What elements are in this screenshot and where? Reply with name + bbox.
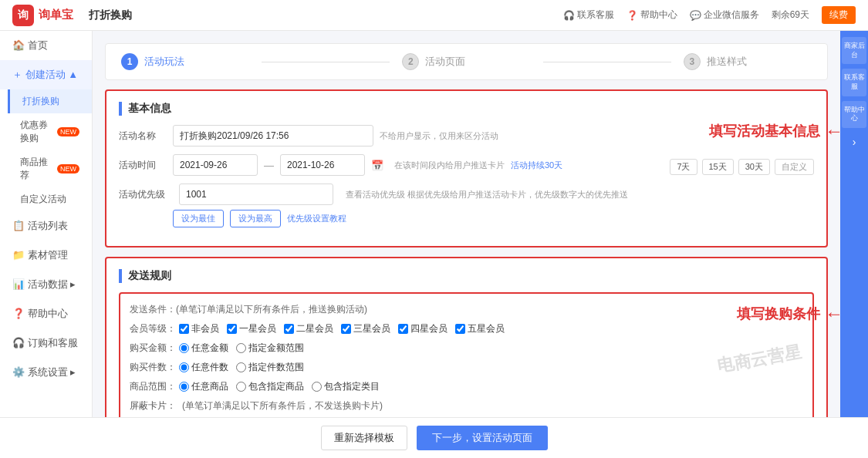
header-right: 🎧 联系客服 ❓ 帮助中心 💬 企业微信服务 剩余69天 续费 [563,6,856,24]
member-level-row: 会员等级： 非会员 一星会员 二星会员 三星会员 四星会员 五星会员 [130,322,803,335]
btn-best[interactable]: 设为最佳 [173,210,224,227]
hide-row: 屏蔽卡片： (单笔订单满足以下所有条件后，不发送换购卡片) 屏蔽范围： 消费者购… [130,399,803,417]
arrow-icon-2: ← [825,303,840,325]
send-condition-text: 发送条件：(单笔订单满足以下所有条件后，推送换购活动) [130,303,803,316]
annotation-text-2: 填写换购条件 [737,305,820,323]
main-layout: 🏠 首页 ＋ 创建活动 ▲ 打折换购 优惠券换购 NEW 商品推荐 NEW 自定… [0,31,868,417]
shortcut-custom[interactable]: 自定义 [775,159,814,175]
sidebar-item-goods-recommend[interactable]: 商品推荐 NEW [8,150,92,187]
sidebar-item-coupon[interactable]: 优惠券换购 NEW [8,113,92,150]
hide-label: 屏蔽卡片： [130,399,176,413]
step-3-num: 3 [684,53,701,70]
renew-button[interactable]: 续费 [822,6,856,24]
step-1: 1 活动玩法 [121,53,249,70]
goods-category[interactable]: 包含指定类目 [312,380,380,393]
date-shortcuts: 7天 15天 30天 自定义 [670,159,814,175]
member-checkboxes: 非会员 一星会员 二星会员 三星会员 四星会员 五星会员 [179,322,505,335]
member-label: 会员等级： [130,322,176,335]
priority-label: 活动优先级 [119,188,173,201]
member-4star[interactable]: 四星会员 [398,322,448,335]
top-header: 询 询单宝 打折换购 🎧 联系客服 ❓ 帮助中心 💬 企业微信服务 剩余69天 … [0,0,868,31]
btn-tutorial[interactable]: 优先级设置教程 [287,210,346,227]
date-end-input[interactable] [280,154,365,176]
send-rules-outer: 发送规则 发送条件：(单笔订单满足以下所有条件后，推送换购活动) 会员等级： 非… [105,257,828,417]
priority-hint: 查看活动优先级 根据优先级给用户推送活动卡片，优先级数字大的优先推送 [346,189,628,200]
activity-time-label: 活动时间 [119,159,173,172]
sidebar-item-order-service[interactable]: 🎧 订购和客服 [0,328,92,358]
sidebar-item-help[interactable]: ❓ 帮助中心 [0,299,92,328]
content-area: 1 活动玩法 2 活动页面 3 推送样式 基本信息 活动名称 [93,31,840,417]
right-panel-help[interactable]: 帮助中心 [842,101,866,128]
count-specific[interactable]: 指定件数范围 [236,361,304,374]
annotation-1: 填写活动基本信息 ← [709,120,840,142]
amount-label: 购买金额： [130,342,176,355]
member-non[interactable]: 非会员 [179,322,219,335]
date-start-input[interactable] [173,154,258,176]
member-3star[interactable]: 三星会员 [341,322,390,335]
next-step-button[interactable]: 下一步，设置活动页面 [417,426,548,450]
count-radios: 任意件数 指定件数范围 [179,361,304,374]
member-5star[interactable]: 五星会员 [455,322,505,335]
activity-name-input[interactable] [173,125,373,146]
sidebar-submenu: 打折换购 优惠券换购 NEW 商品推荐 NEW 自定义活动 [0,89,92,211]
goods-specific[interactable]: 包含指定商品 [236,380,304,393]
step-3-label: 推送样式 [707,55,747,69]
days-badge: 剩余69天 [772,8,809,22]
hide-condition: (单笔订单满足以下所有条件后，不发送换购卡片) [182,399,383,413]
goods-any[interactable]: 任意商品 [179,380,228,393]
goods-row: 商品范围： 任意商品 包含指定商品 包含指定类目 [130,380,803,393]
sidebar-item-create[interactable]: ＋ 创建活动 ▲ [0,60,92,89]
amount-specific[interactable]: 指定金额范围 [236,342,304,355]
shortcut-30days[interactable]: 30天 [738,159,770,175]
send-rules-section: 发送规则 发送条件：(单笔订单满足以下所有条件后，推送换购活动) 会员等级： 非… [105,257,828,417]
annotation-2: 填写换购条件 ← [737,303,840,325]
activity-name-label: 活动名称 [119,130,173,143]
shortcut-15days[interactable]: 15天 [702,159,734,175]
continue-link[interactable]: 活动持续30天 [511,160,562,171]
help-center-link[interactable]: ❓ 帮助中心 [627,8,677,22]
footer-bar: 重新选择模板 下一步，设置活动页面 [0,417,868,458]
activity-name-hint: 不给用户显示，仅用来区分活动 [380,130,498,142]
count-any[interactable]: 任意件数 [179,361,228,374]
right-panel-chevron[interactable]: › [853,136,856,148]
reselect-template-button[interactable]: 重新选择模板 [321,426,407,450]
sidebar-item-discount[interactable]: 打折换购 [8,89,92,113]
step-1-label: 活动玩法 [144,55,184,69]
send-rules-inner: 发送条件：(单笔订单满足以下所有条件后，推送换购活动) 会员等级： 非会员 一星… [119,292,814,417]
step-2-num: 2 [402,53,419,70]
sidebar-item-home[interactable]: 🏠 首页 [0,31,92,60]
logo-icon: 询 [12,5,34,26]
sidebar-item-custom[interactable]: 自定义活动 [8,187,92,211]
activity-time-row: 活动时间 — 📅 在该时间段内给用户推送卡片 活动持续30天 7天 15天 30… [119,154,814,176]
arrow-icon-1: ← [825,120,840,142]
priority-action-btns: 设为最佳 设为最高 优先级设置教程 [173,210,346,227]
right-panel: 商家后台 联系客服 帮助中心 › [840,31,868,417]
priority-input[interactable] [179,184,333,205]
goods-label: 商品范围： [130,380,176,393]
steps-bar: 1 活动玩法 2 活动页面 3 推送样式 [105,43,828,80]
sidebar-item-data[interactable]: 📊 活动数据 ▸ [0,270,92,299]
btn-high[interactable]: 设为最高 [230,210,281,227]
contact-service[interactable]: 🎧 联系客服 [563,8,614,22]
sidebar-item-materials[interactable]: 📁 素材管理 [0,241,92,270]
logo-text: 询单宝 [39,8,73,22]
right-panel-merchant[interactable]: 商家后台 [842,37,866,64]
logo: 询 询单宝 [12,5,73,26]
calendar-icon[interactable]: 📅 [371,160,383,171]
member-2star[interactable]: 二星会员 [284,322,333,335]
step-divider-2 [543,62,671,62]
basic-info-section: 基本信息 活动名称 不给用户显示，仅用来区分活动 活动时间 — [105,89,828,248]
sidebar-item-settings[interactable]: ⚙️ 系统设置 ▸ [0,358,92,387]
annotation-text-1: 填写活动基本信息 [709,122,820,140]
wechat-service[interactable]: 💬 企业微信服务 [690,8,759,22]
shortcut-7days[interactable]: 7天 [670,159,697,175]
amount-any[interactable]: 任意金额 [179,342,228,355]
priority-row: 活动优先级 查看活动优先级 根据优先级给用户推送活动卡片，优先级数字大的优先推送… [119,184,814,227]
step-2: 2 活动页面 [402,53,530,70]
sidebar-item-activity-list[interactable]: 📋 活动列表 [0,211,92,241]
right-panel-service[interactable]: 联系客服 [842,69,866,96]
activity-time-value: — 📅 在该时间段内给用户推送卡片 活动持续30天 [173,154,616,176]
basic-info-title: 基本信息 [119,102,814,116]
member-1star[interactable]: 一星会员 [227,322,276,335]
goods-radios: 任意商品 包含指定商品 包含指定类目 [179,380,380,393]
